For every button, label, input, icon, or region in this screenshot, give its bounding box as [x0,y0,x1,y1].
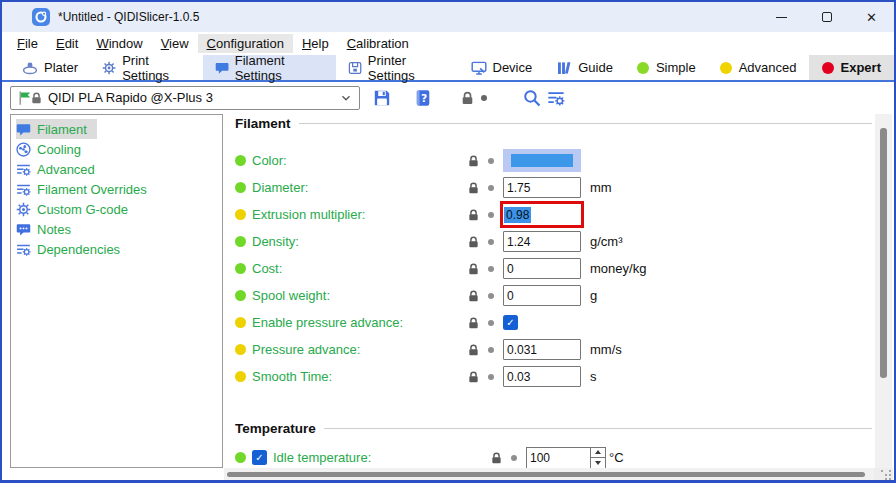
mode-label: Advanced [739,60,797,75]
monitor-icon [471,60,487,76]
lock-icon[interactable] [467,289,480,303]
idle-temperature-input[interactable] [527,448,590,468]
mode-dot [235,209,246,220]
setting-label: Extrusion multiplier: [252,207,467,222]
tab-plater[interactable]: Plater [10,55,90,80]
setting-row-pressure-advance: Pressure advance: mm/s [235,336,646,363]
lock-icon[interactable] [467,181,480,195]
setting-label: Diameter: [252,180,467,195]
setting-row-color: Color: [235,147,646,174]
lock-icon[interactable] [467,208,480,222]
lock-icon [30,91,43,105]
menu-window[interactable]: Window [87,34,151,53]
save-icon[interactable] [373,89,391,107]
lock-icon[interactable] [467,235,480,249]
mode-expert[interactable]: Expert [809,55,894,80]
vertical-scrollbar-thumb[interactable] [880,128,887,378]
tab-device[interactable]: Device [459,55,545,80]
sidebar-item-dependencies[interactable]: Dependencies [11,239,222,259]
unit-label: °C [609,450,624,465]
app-logo-icon [32,8,50,26]
spin-down-button[interactable] [591,457,605,468]
diameter-input[interactable] [503,177,581,198]
menu-calibration[interactable]: Calibration [338,34,418,53]
maximize-button[interactable] [804,2,849,32]
menu-edit[interactable]: Edit [47,34,87,53]
selected-text: 0.98 [504,207,531,223]
gear-icon [102,60,116,76]
setting-label: Enable pressure advance: [252,315,467,330]
search-icon[interactable] [523,89,541,107]
unit-label: g [590,288,597,303]
spool-weight-input[interactable] [503,285,581,306]
smooth-time-input[interactable] [503,366,581,387]
notes-icon [16,222,31,237]
menu-file[interactable]: File [8,34,47,53]
idle-temperature-stepper[interactable] [526,447,606,469]
maximize-icon [822,12,832,22]
lock-icon[interactable] [490,451,503,465]
mode-dot [235,263,246,274]
revert-dot [481,95,487,101]
resize-grip[interactable] [881,470,883,472]
filament-icon [16,122,31,137]
close-button[interactable]: ✕ [849,2,894,32]
help-icon[interactable] [414,89,432,107]
sidebar-item-notes[interactable]: Notes [11,219,222,239]
simple-mode-dot [637,62,649,74]
horizontal-scrollbar[interactable] [224,468,874,481]
vertical-scrollbar[interactable] [875,114,892,468]
pressure-advance-input[interactable] [503,339,581,360]
tab-label: Device [493,60,533,75]
sidebar-item-custom-gcode[interactable]: Custom G-code [11,199,222,219]
lock-icon[interactable] [467,316,480,330]
color-swatch-button[interactable] [503,149,581,172]
density-input[interactable] [503,231,581,252]
lock-icon[interactable] [467,343,480,357]
unit-label: mm [590,180,612,195]
setting-row-spool-weight: Spool weight: g [235,282,646,309]
unit-label: mm/s [590,342,622,357]
minimize-button[interactable] [759,2,804,32]
lock-icon[interactable] [467,370,480,384]
revert-dot [488,185,494,191]
enable-pressure-advance-checkbox[interactable] [503,315,518,330]
gear-icon [16,202,31,217]
idle-temperature-checkbox[interactable] [252,450,267,465]
minimize-icon [776,17,787,18]
mode-selector: Simple Advanced Expert [625,55,894,80]
sidebar-item-cooling[interactable]: Cooling [11,139,222,159]
compare-settings-icon[interactable] [547,89,565,107]
color-swatch [511,154,573,167]
tab-printer-settings[interactable]: Printer Settings [336,55,459,80]
revert-dot [511,455,517,461]
expert-mode-dot [822,62,834,74]
lock-icon[interactable] [460,90,475,106]
tab-print-settings[interactable]: Print Settings [90,55,203,80]
setting-row-diameter: Diameter: mm [235,174,646,201]
horizontal-scrollbar-thumb[interactable] [227,472,865,477]
tab-guide[interactable]: Guide [544,55,625,80]
lock-icon[interactable] [467,262,480,276]
revert-dot [488,239,494,245]
spin-up-button[interactable] [591,448,605,458]
menu-configuration[interactable]: Configuration [198,34,293,53]
extrusion-multiplier-input[interactable]: 0.98 [500,201,584,228]
lock-icon[interactable] [467,154,480,168]
settings-sidebar: Filament Cooling Advanced Filament Overr… [10,114,223,468]
menu-help[interactable]: Help [293,34,338,53]
sidebar-item-advanced[interactable]: Advanced [11,159,222,179]
mode-simple[interactable]: Simple [625,55,708,80]
cost-input[interactable] [503,258,581,279]
sidebar-item-filament[interactable]: Filament [11,119,222,139]
tab-filament-settings[interactable]: Filament Settings [203,55,336,80]
revert-dot [488,374,494,380]
menu-view[interactable]: View [152,34,198,53]
preset-dropdown[interactable]: QIDI PLA Rapido @X-Plus 3 [10,86,360,110]
mode-dot [235,344,246,355]
sidebar-item-filament-overrides[interactable]: Filament Overrides [11,179,222,199]
setting-row-density: Density: g/cm³ [235,228,646,255]
filament-icon [215,60,229,76]
mode-advanced[interactable]: Advanced [708,55,809,80]
chevron-down-icon [339,91,353,105]
